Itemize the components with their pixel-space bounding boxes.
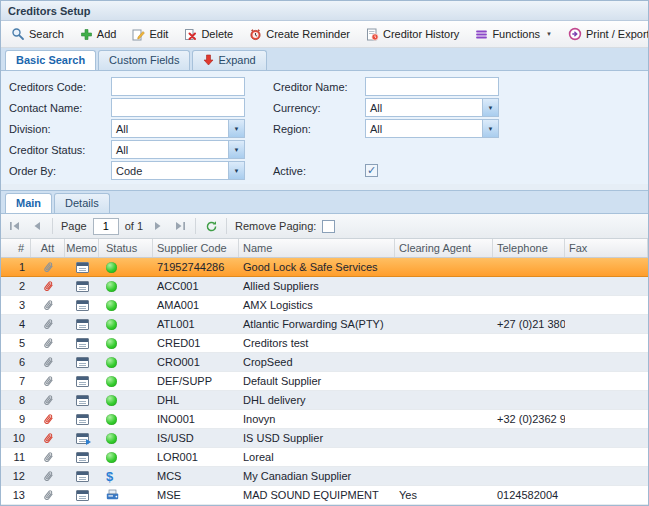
- tab-expand[interactable]: Expand: [192, 50, 266, 70]
- att-cell[interactable]: [31, 277, 65, 295]
- next-page-button[interactable]: [149, 217, 167, 235]
- supplier-code-cell: AMA001: [153, 296, 239, 314]
- column-header-telephone[interactable]: Telephone: [493, 239, 565, 257]
- fax-cell: [565, 429, 648, 447]
- name-cell: CropSeed: [239, 353, 395, 371]
- create-reminder-button[interactable]: Create Reminder: [243, 25, 356, 44]
- fax-cell: [565, 467, 648, 485]
- table-row[interactable]: 2ACC001Allied Suppliers: [1, 277, 648, 296]
- fax-cell: [565, 315, 648, 333]
- print-export-menu-button[interactable]: Print / Export ▼: [562, 24, 649, 44]
- att-cell[interactable]: [31, 258, 65, 276]
- delete-button[interactable]: Delete: [178, 25, 239, 44]
- active-checkbox[interactable]: [365, 164, 378, 177]
- row-number-cell: 1: [1, 258, 31, 276]
- functions-menu-button[interactable]: Functions ▼: [469, 25, 558, 44]
- toolbar: Search Add Edit Delete Create Reminder C…: [1, 21, 648, 48]
- memo-cell[interactable]: [65, 467, 99, 485]
- column-header-memo[interactable]: Memo: [65, 239, 99, 257]
- att-cell[interactable]: [31, 372, 65, 390]
- tab-custom-fields[interactable]: Custom Fields: [98, 50, 190, 70]
- column-header-name[interactable]: Name: [239, 239, 395, 257]
- print-export-icon: [568, 27, 582, 41]
- att-cell[interactable]: [31, 353, 65, 371]
- region-label: Region:: [273, 123, 365, 135]
- division-select[interactable]: All ▼: [111, 119, 245, 138]
- tab-details[interactable]: Details: [54, 193, 110, 213]
- add-button[interactable]: Add: [74, 25, 123, 44]
- column-header-fax[interactable]: Fax: [565, 239, 648, 257]
- status-active-icon: [106, 319, 117, 330]
- memo-cell[interactable]: [65, 486, 99, 504]
- table-row[interactable]: 6CRO001CropSeed: [1, 353, 648, 372]
- memo-cell[interactable]: [65, 448, 99, 466]
- table-row[interactable]: 171952744286Good Lock & Safe Services: [1, 258, 648, 277]
- att-cell[interactable]: [31, 467, 65, 485]
- supplier-code-cell: IS/USD: [153, 429, 239, 447]
- status-active-icon: [106, 414, 117, 425]
- name-cell: IS USD Supplier: [239, 429, 395, 447]
- table-row[interactable]: 10IS/USDIS USD Supplier: [1, 429, 648, 448]
- att-cell[interactable]: [31, 410, 65, 428]
- name-cell: Creditors test: [239, 334, 395, 352]
- memo-cell[interactable]: [65, 334, 99, 352]
- creditors-code-input[interactable]: [111, 77, 245, 96]
- memo-cell[interactable]: [65, 391, 99, 409]
- memo-icon: [76, 490, 89, 501]
- att-cell[interactable]: [31, 296, 65, 314]
- search-button[interactable]: Search: [5, 24, 70, 44]
- tab-main[interactable]: Main: [5, 193, 52, 213]
- memo-cell[interactable]: [65, 410, 99, 428]
- memo-cell[interactable]: [65, 296, 99, 314]
- table-row[interactable]: 8DHLDHL delivery: [1, 391, 648, 410]
- fax-cell: [565, 258, 648, 276]
- table-row[interactable]: 13MSEMAD SOUND EQUIPMENTYes0124582004: [1, 486, 648, 505]
- att-cell[interactable]: [31, 486, 65, 504]
- table-row[interactable]: 9INO001Inovyn+32 (0)2362 97...: [1, 410, 648, 429]
- status-active-icon: [106, 376, 117, 387]
- region-select[interactable]: All ▼: [365, 119, 499, 138]
- last-page-button[interactable]: [171, 217, 189, 235]
- table-row[interactable]: 7DEF/SUPPDefault Supplier: [1, 372, 648, 391]
- edit-button[interactable]: Edit: [126, 25, 174, 44]
- creditor-name-input[interactable]: [365, 77, 499, 96]
- memo-cell[interactable]: [65, 315, 99, 333]
- att-cell[interactable]: [31, 448, 65, 466]
- att-cell[interactable]: [31, 391, 65, 409]
- page-input[interactable]: [93, 218, 119, 235]
- creditor-status-select[interactable]: All ▼: [111, 140, 245, 159]
- refresh-button[interactable]: [202, 217, 220, 235]
- column-header-number[interactable]: #: [1, 239, 31, 257]
- column-header-att[interactable]: Att: [31, 239, 65, 257]
- creditor-name-label: Creditor Name:: [273, 81, 365, 93]
- memo-cell[interactable]: [65, 372, 99, 390]
- creditor-history-button[interactable]: Creditor History: [360, 25, 465, 44]
- tab-basic-search[interactable]: Basic Search: [5, 50, 96, 70]
- column-header-clearing-agent[interactable]: Clearing Agent: [395, 239, 493, 257]
- previous-page-button[interactable]: [28, 217, 46, 235]
- column-header-label: Memo: [66, 242, 97, 254]
- contact-name-input[interactable]: [111, 98, 245, 117]
- att-cell[interactable]: [31, 315, 65, 333]
- telephone-cell: +32 (0)2362 97...: [493, 410, 565, 428]
- memo-cell[interactable]: [65, 277, 99, 295]
- column-header-supplier-code[interactable]: Supplier Code: [153, 239, 239, 257]
- currency-select[interactable]: All ▼: [365, 98, 499, 117]
- supplier-code-cell: CRED01: [153, 334, 239, 352]
- table-row[interactable]: 4ATL001Atlantic Forwarding SA(PTY)+27 (0…: [1, 315, 648, 334]
- clearing-agent-cell: [395, 334, 493, 352]
- column-header-status[interactable]: Status: [99, 239, 153, 257]
- table-row[interactable]: 3AMA001AMX Logistics: [1, 296, 648, 315]
- table-row[interactable]: 12$MCSMy Canadian Supplier: [1, 467, 648, 486]
- att-cell[interactable]: [31, 429, 65, 447]
- first-page-button[interactable]: [6, 217, 24, 235]
- memo-cell[interactable]: [65, 429, 99, 447]
- clearing-agent-cell: [395, 258, 493, 276]
- memo-cell[interactable]: [65, 353, 99, 371]
- att-cell[interactable]: [31, 334, 65, 352]
- order-by-select[interactable]: Code ▼: [111, 161, 245, 180]
- table-row[interactable]: 11LOR001Loreal: [1, 448, 648, 467]
- table-row[interactable]: 5CRED01Creditors test: [1, 334, 648, 353]
- memo-cell[interactable]: [65, 258, 99, 276]
- remove-paging-checkbox[interactable]: [322, 220, 335, 233]
